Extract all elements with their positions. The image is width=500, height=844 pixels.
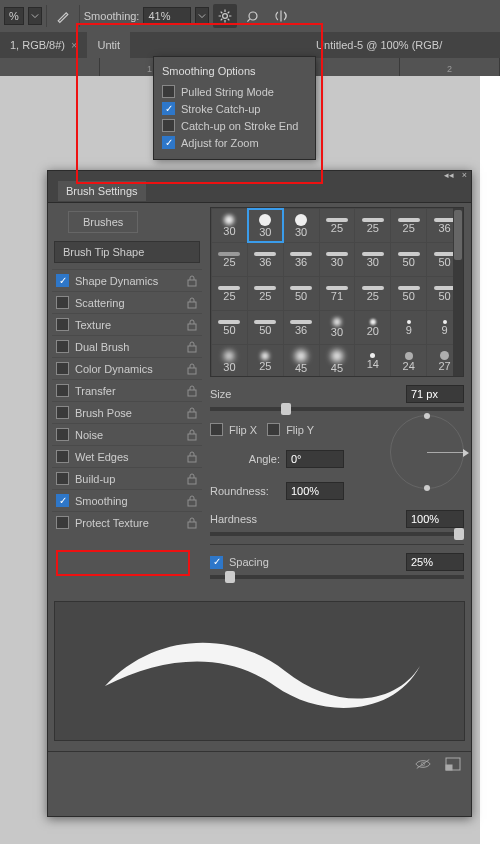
brushes-button[interactable]: Brushes [68, 211, 138, 233]
pressure-size-icon[interactable] [241, 4, 265, 28]
canvas-document[interactable] [480, 76, 500, 844]
lock-icon[interactable] [186, 517, 198, 529]
angle-handle[interactable] [424, 413, 430, 419]
lock-icon[interactable] [186, 429, 198, 441]
option-brush-pose[interactable]: Brush Pose [52, 401, 202, 423]
option-build-up[interactable]: Build-up [52, 467, 202, 489]
checkbox[interactable] [56, 296, 69, 309]
checkbox[interactable] [162, 85, 175, 98]
spacing-input[interactable]: 25% [406, 553, 464, 571]
checkbox[interactable] [56, 406, 69, 419]
checkbox[interactable] [56, 428, 69, 441]
option-texture[interactable]: Texture [52, 313, 202, 335]
checkbox[interactable] [56, 318, 69, 331]
lock-icon[interactable] [186, 407, 198, 419]
panel-title-bar[interactable]: ◂◂ × [48, 171, 471, 179]
spacing-checkbox[interactable] [210, 556, 223, 569]
brush-preset[interactable]: 25 [355, 277, 390, 310]
lock-icon[interactable] [186, 473, 198, 485]
flipy-checkbox[interactable] [267, 423, 280, 436]
brush-preset[interactable]: 30 [284, 209, 319, 242]
doc-tab-0[interactable]: 1, RGB/8#)× [0, 32, 87, 58]
hardness-slider[interactable] [210, 532, 464, 536]
new-brush-icon[interactable] [445, 757, 461, 771]
checkbox[interactable] [56, 362, 69, 375]
slider-thumb[interactable] [454, 528, 464, 540]
brush-preset[interactable]: 25 [212, 243, 247, 276]
brush-preset[interactable]: 45 [284, 345, 319, 377]
tab-brush-settings[interactable]: Brush Settings [58, 181, 146, 201]
doc-tab-1[interactable]: Untit [87, 32, 130, 58]
doc-tab-2[interactable]: Untitled-5 @ 100% (RGB/ [306, 32, 452, 58]
smoothing-dropdown[interactable] [195, 7, 209, 25]
checkbox[interactable] [56, 384, 69, 397]
brush-preset[interactable]: 30 [320, 311, 355, 344]
brush-preset[interactable]: 24 [391, 345, 426, 377]
checkbox[interactable] [56, 274, 69, 287]
checkbox[interactable] [56, 450, 69, 463]
flipx-checkbox[interactable] [210, 423, 223, 436]
option-scattering[interactable]: Scattering [52, 291, 202, 313]
pressure-opacity-icon[interactable] [51, 4, 75, 28]
brush-preset[interactable]: 50 [248, 311, 283, 344]
option-color-dynamics[interactable]: Color Dynamics [52, 357, 202, 379]
brush-preset[interactable]: 14 [355, 345, 390, 377]
brush-preset[interactable]: 30 [320, 243, 355, 276]
roundness-input[interactable]: 100% [286, 482, 344, 500]
brush-preset[interactable]: 36 [284, 311, 319, 344]
checkbox[interactable] [162, 119, 175, 132]
brush-preset[interactable]: 25 [355, 209, 390, 242]
checkbox[interactable] [56, 340, 69, 353]
brush-preset[interactable]: 30 [248, 209, 283, 242]
brush-preset[interactable]: 30 [212, 345, 247, 377]
size-input[interactable]: 71 px [406, 385, 464, 403]
brush-preset[interactable]: 50 [391, 277, 426, 310]
option-transfer[interactable]: Transfer [52, 379, 202, 401]
option-dual-brush[interactable]: Dual Brush [52, 335, 202, 357]
size-slider[interactable] [210, 407, 464, 411]
brush-preset[interactable]: 30 [355, 243, 390, 276]
popup-option-catchup-end[interactable]: Catch-up on Stroke End [162, 117, 307, 134]
spacing-slider[interactable] [210, 575, 464, 579]
brush-preset[interactable]: 50 [212, 311, 247, 344]
popup-option-stroke-catchup[interactable]: Stroke Catch-up [162, 100, 307, 117]
lock-icon[interactable] [186, 341, 198, 353]
lock-icon[interactable] [186, 385, 198, 397]
brush-preset-grid[interactable]: 30 30 30 25 25 25 36 25 36 36 30 30 50 5… [210, 207, 464, 377]
lock-icon[interactable] [186, 363, 198, 375]
close-icon[interactable]: × [71, 39, 77, 51]
lock-icon[interactable] [186, 275, 198, 287]
scrollbar-thumb[interactable] [454, 210, 462, 260]
checkbox[interactable] [162, 102, 175, 115]
checkbox[interactable] [162, 136, 175, 149]
slider-thumb[interactable] [225, 571, 235, 583]
option-smoothing[interactable]: Smoothing [52, 489, 202, 511]
slider-thumb[interactable] [281, 403, 291, 415]
symmetry-icon[interactable] [269, 4, 293, 28]
opacity-field[interactable]: % [4, 7, 24, 25]
brush-preset[interactable]: 25 [212, 277, 247, 310]
lock-icon[interactable] [186, 451, 198, 463]
brush-preset[interactable]: 71 [320, 277, 355, 310]
lock-icon[interactable] [186, 319, 198, 331]
hardness-input[interactable]: 100% [406, 510, 464, 528]
checkbox[interactable] [56, 494, 69, 507]
brush-preset[interactable]: 25 [248, 277, 283, 310]
brush-preset[interactable]: 30 [212, 209, 247, 242]
lock-icon[interactable] [186, 297, 198, 309]
brush-preset[interactable]: 36 [248, 243, 283, 276]
scrollbar[interactable] [453, 208, 463, 376]
option-protect-texture[interactable]: Protect Texture [52, 511, 202, 533]
lock-icon[interactable] [186, 495, 198, 507]
brush-preset[interactable]: 25 [391, 209, 426, 242]
popup-option-adjust-zoom[interactable]: Adjust for Zoom [162, 134, 307, 151]
smoothing-input[interactable]: 41% [143, 7, 191, 25]
checkbox[interactable] [56, 516, 69, 529]
brush-preset[interactable]: 45 [320, 345, 355, 377]
option-shape-dynamics[interactable]: Shape Dynamics [52, 269, 202, 291]
brush-preset[interactable]: 9 [391, 311, 426, 344]
brush-preset[interactable]: 50 [284, 277, 319, 310]
angle-input[interactable]: 0° [286, 450, 344, 468]
angle-handle[interactable] [424, 485, 430, 491]
checkbox[interactable] [56, 472, 69, 485]
